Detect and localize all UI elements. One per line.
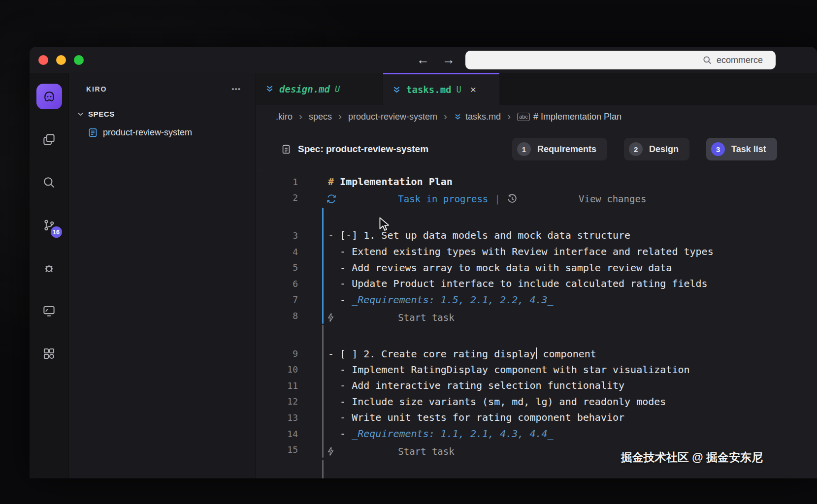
breadcrumb-symbol-label: # Implementation Plan (533, 112, 621, 122)
mouse-pointer-icon (378, 217, 391, 232)
start-task-link[interactable]: Start task (398, 446, 454, 457)
watermark-text: 掘金技术社区 @ 掘金安东尼 (621, 450, 763, 465)
code-text: - Update Product interface to include ca… (298, 278, 708, 289)
clipboard-icon (281, 144, 292, 155)
breadcrumb-item-file[interactable]: tasks.md (454, 112, 501, 122)
code-text: - [ ] 2. Create core rating display comp… (298, 347, 596, 360)
code-line: 9 - [ ] 2. Create core rating display co… (256, 346, 817, 362)
codelens-row: Start task (256, 324, 817, 346)
step-task-list-button[interactable]: 3 Task list (706, 138, 777, 160)
search-text: ecommerce (717, 55, 763, 65)
history-icon (507, 172, 574, 226)
lightning-icon (326, 425, 393, 478)
view-changes-link[interactable]: View changes (579, 193, 646, 204)
titlebar[interactable]: ← → ecommerce (30, 47, 817, 73)
explorer-icon[interactable] (37, 127, 61, 151)
remote-window-icon[interactable] (37, 299, 61, 322)
line-number: 2 (256, 192, 298, 203)
search-input[interactable]: ecommerce (465, 51, 776, 69)
step-label: Task list (731, 144, 766, 155)
minimize-window-button[interactable] (56, 55, 66, 65)
breadcrumb-item[interactable]: product-review-system (348, 112, 437, 122)
breadcrumb-item[interactable]: specs (309, 112, 332, 122)
kiro-file-icon (454, 113, 462, 121)
line-number: 1 (256, 177, 298, 187)
step-number-badge: 2 (629, 142, 643, 156)
history-nav: ← → (417, 47, 455, 73)
task-in-progress-gutter-bar (322, 208, 324, 324)
task-in-progress-link[interactable]: Task in progress (398, 193, 488, 204)
code-text: - Implement RatingDisplay component with… (298, 364, 690, 376)
chevron-right-icon: › (444, 110, 447, 122)
specs-section-header[interactable]: SPECS (69, 105, 256, 123)
line-number: 12 (256, 396, 298, 407)
sidebar: KIRO ••• SPECS product-review-system (69, 73, 256, 478)
lightning-icon (326, 291, 393, 344)
traffic-lights (38, 55, 84, 65)
chevron-right-icon: › (299, 110, 302, 122)
tab-design-md[interactable]: design.md U (256, 73, 383, 105)
zoom-window-button[interactable] (74, 55, 84, 65)
chevron-right-icon: › (338, 110, 342, 122)
sidebar-title: KIRO (86, 85, 107, 93)
start-task-link[interactable]: Start task (398, 312, 454, 323)
spec-item-label: product-review-system (103, 127, 192, 138)
line-number: 11 (256, 380, 298, 391)
tab-bar-empty-space (499, 73, 817, 105)
breadcrumb-file-label: tasks.md (465, 112, 501, 122)
more-actions-icon[interactable]: ••• (231, 85, 241, 93)
tab-label: tasks.md (406, 84, 452, 95)
code-line: 5 - Add reviews array to mock data with … (256, 259, 817, 276)
kiro-file-icon (265, 84, 274, 94)
line-number: 3 (256, 230, 298, 241)
step-label: Requirements (537, 144, 596, 155)
task-gutter-bar (322, 460, 324, 478)
step-number-badge: 3 (711, 142, 725, 156)
kiro-logo-icon[interactable] (36, 84, 62, 109)
app-window: ← → ecommerce (30, 47, 817, 478)
back-arrow-icon[interactable]: ← (417, 52, 429, 67)
close-window-button[interactable] (38, 55, 48, 65)
line-number: 14 (256, 429, 298, 439)
code-line: 12 - Include size variants (sm, md, lg) … (256, 394, 817, 410)
code-line: 10 - Implement RatingDisplay component w… (256, 361, 817, 378)
search-sidebar-icon[interactable] (37, 170, 61, 194)
extensions-icon[interactable] (37, 342, 61, 365)
code-text: - Add reviews array to mock data with sa… (298, 262, 672, 274)
code-text: - [-] 1. Set up data models and mock dat… (298, 229, 630, 241)
tab-modified-indicator: U (335, 84, 340, 94)
kiro-file-icon (392, 85, 401, 94)
code-text: - Write unit tests for rating component … (298, 411, 624, 423)
debug-icon[interactable] (37, 256, 61, 280)
code-line: 11 - Add interactive rating selection fu… (256, 378, 817, 394)
source-control-icon[interactable]: 16 (37, 213, 61, 237)
step-requirements-button[interactable]: 1 Requirements (512, 138, 607, 160)
sidebar-item-product-review-system[interactable]: product-review-system (69, 123, 256, 142)
codelens-row: Task in progress | View changes (256, 206, 817, 227)
tab-tasks-md[interactable]: tasks.md U × (383, 73, 499, 105)
code-line: 4 - Extend existing types with Review in… (256, 244, 817, 260)
spec-title-text: Spec: product-review-system (298, 144, 428, 155)
tab-modified-indicator: U (457, 85, 461, 94)
close-tab-icon[interactable]: × (470, 84, 476, 95)
line-number: 7 (256, 294, 298, 305)
spec-title: Spec: product-review-system (281, 128, 428, 170)
tab-bar: design.md U tasks.md U × (256, 73, 817, 105)
step-label: Design (649, 144, 679, 155)
search-icon (702, 55, 712, 65)
forward-arrow-icon[interactable]: → (442, 52, 455, 67)
breadcrumb: .kiro › specs › product-review-system › … (256, 105, 817, 128)
tab-label: design.md (279, 84, 330, 94)
activity-bar: 16 (30, 73, 69, 478)
line-number: 10 (256, 364, 298, 375)
code-editor[interactable]: 1 # Implementation Plan 2 Task in progre… (256, 170, 817, 478)
step-design-button[interactable]: 2 Design (624, 138, 689, 160)
breadcrumb-item[interactable]: .kiro (276, 112, 293, 122)
spec-header-bar: Spec: product-review-system 1 Requiremen… (256, 128, 817, 170)
breadcrumb-item-symbol[interactable]: abc # Implementation Plan (517, 112, 621, 122)
code-line: 6 - Update Product interface to include … (256, 276, 817, 292)
code-text: - Extend existing types with Review inte… (298, 246, 714, 257)
sidebar-header: KIRO ••• (69, 73, 256, 105)
task-gutter-bar (322, 325, 324, 458)
codelens-separator: | (494, 193, 500, 204)
